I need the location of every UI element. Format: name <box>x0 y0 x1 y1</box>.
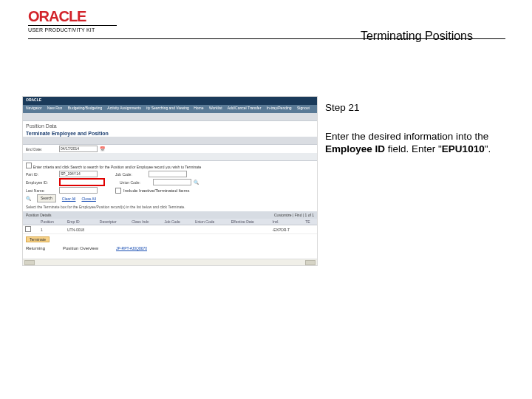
lookup-icon[interactable]: 🔍 <box>194 180 199 185</box>
nav-item[interactable]: In-tray/Pending <box>267 106 292 110</box>
nav-item[interactable]: Add/Cancel Transfer <box>228 106 262 110</box>
job-code-field[interactable] <box>149 171 187 177</box>
search-subheader <box>23 153 317 161</box>
app-navbar: Navigator New Run Budgeting/Budgeting Ac… <box>23 105 317 113</box>
col: Class Indc <box>129 219 162 225</box>
nav-item[interactable]: Navigator <box>26 106 41 110</box>
search-button[interactable]: Search <box>37 194 56 202</box>
employee-id-field[interactable] <box>59 178 105 186</box>
terminate-button[interactable]: Terminate <box>26 236 50 242</box>
col: Descriptor <box>98 219 129 225</box>
calendar-icon[interactable]: 📅 <box>100 146 105 151</box>
col: Job Code <box>163 219 193 225</box>
search-icon: 🔍 <box>26 196 31 201</box>
cell: -EXPDR-T <box>270 225 304 234</box>
breadcrumb-bar <box>23 113 317 121</box>
col: Effective Date <box>229 219 270 225</box>
col: Emp ID <box>65 219 98 225</box>
position-link[interactable]: JP-RPT-#J0Q8670 <box>116 246 147 250</box>
close-all-link[interactable]: Close All <box>81 197 95 201</box>
step-instruction: Enter the desired information into the E… <box>325 131 517 156</box>
step-panel: Step 21 Enter the desired information in… <box>325 102 517 156</box>
clear-all-link[interactable]: Clear All <box>62 197 76 201</box>
table-row[interactable]: 1 UTN-0018 -EXPDR-T <box>23 225 317 234</box>
part-id-field[interactable]: SP_194Y14 <box>59 171 98 177</box>
instruction-post: ". <box>485 143 491 154</box>
page-header: ORACLE USER PRODUCTIVITY KIT Terminating… <box>28 9 502 37</box>
union-code-field[interactable] <box>153 179 191 185</box>
nav-item[interactable]: Signout <box>297 106 310 110</box>
scrollbar-thumb-left[interactable] <box>24 260 35 265</box>
union-code-label: Union Code: <box>120 180 151 185</box>
col: TE <box>303 219 317 225</box>
nav-item[interactable]: New Run <box>47 106 63 110</box>
end-date-label: End Date: <box>26 147 57 151</box>
filter-header <box>23 137 317 145</box>
position-overview-label: Position Overview <box>63 246 98 250</box>
end-date-field[interactable]: 04/17/2014 <box>59 146 98 152</box>
instruction-pre: Enter the desired information into the <box>325 131 488 142</box>
employee-id-label: Employee ID: <box>26 180 57 185</box>
results-pager[interactable]: Customize | Find | 1 of 1 <box>274 213 314 217</box>
scrollbar-thumb-right[interactable] <box>305 260 316 265</box>
col: Position <box>38 219 65 225</box>
cell <box>129 225 162 234</box>
nav-item[interactable]: Activity Assignments <box>107 106 141 110</box>
criteria-checkbox[interactable] <box>26 163 32 168</box>
results-table: Position Emp ID Descriptor Class Indc Jo… <box>23 219 317 234</box>
nav-item[interactable]: ity Searching and Viewing <box>146 106 188 110</box>
step-number: Step 21 <box>325 102 517 115</box>
include-inactive-checkbox[interactable] <box>115 188 121 194</box>
logo-word: ORACLE <box>28 9 117 24</box>
nav-item[interactable]: Budgeting/Budgeting <box>68 106 102 110</box>
page-title: Terminating Positions <box>361 30 473 43</box>
row-checkbox[interactable] <box>25 226 31 232</box>
cell: 1 <box>38 225 65 234</box>
last-name-label: Last Name: <box>26 188 57 193</box>
cell <box>98 225 129 234</box>
cell: UTN-0018 <box>65 225 98 234</box>
cell <box>229 225 270 234</box>
include-inactive-label: Include Inactive/Terminated Items <box>123 188 189 193</box>
nav-item[interactable]: Home <box>194 106 203 110</box>
terminate-note: Select the Terminate box for the Employe… <box>26 205 314 209</box>
job-code-label: Job Code: <box>115 172 146 177</box>
col <box>23 219 38 225</box>
col: Incl. <box>270 219 304 225</box>
logo-subtext: USER PRODUCTIVITY KIT <box>28 25 117 33</box>
results-title: Position Details <box>26 213 51 217</box>
nav-item[interactable]: Worklist <box>209 106 222 110</box>
search-hint: Enter criteria and click Search to searc… <box>33 165 202 169</box>
part-id-label: Part ID: <box>26 172 57 177</box>
instruction-bold-field: Employee ID <box>325 143 385 154</box>
results-band: Position Details Customize | Find | 1 of… <box>23 211 317 219</box>
col: Union Code <box>193 219 229 225</box>
cell <box>303 225 317 234</box>
returning-label: Returning <box>26 246 45 250</box>
app-brand: ORACLE <box>23 97 317 105</box>
section-title: Terminate Employee and Position <box>26 131 314 136</box>
horizontal-scrollbar[interactable] <box>23 259 317 265</box>
header-divider <box>28 38 505 39</box>
last-name-field[interactable] <box>59 187 98 194</box>
instruction-bold-code: EPU1010 <box>442 143 485 154</box>
instruction-mid: field. Enter " <box>385 143 442 154</box>
oracle-logo: ORACLE USER PRODUCTIVITY KIT <box>28 9 117 33</box>
cell <box>163 225 193 234</box>
app-screenshot: ORACLE Navigator New Run Budgeting/Budge… <box>22 96 318 266</box>
section-label: Position Data <box>26 123 314 129</box>
cell <box>193 225 229 234</box>
